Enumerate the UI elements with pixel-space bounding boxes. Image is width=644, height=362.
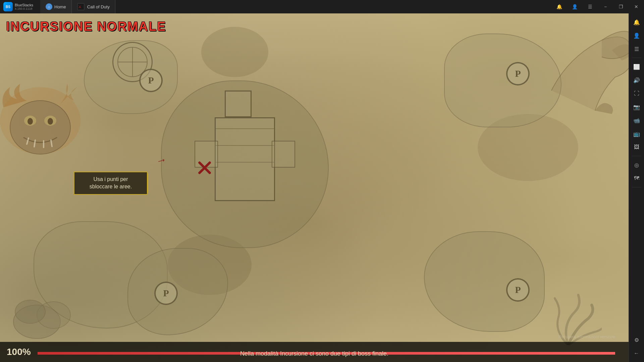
tooltip-box: Usa i punti persbloccare le aree. — [74, 172, 148, 195]
game-tab-label: Call of Duty — [87, 4, 110, 9]
sidebar-menu-button[interactable]: ☰ — [631, 43, 643, 55]
sidebar-divider-2 — [632, 156, 641, 156]
menu-button[interactable]: ☰ — [582, 0, 598, 13]
bluestacks-name: BlueStacks — [15, 3, 33, 7]
svg-point-7 — [48, 118, 53, 125]
restore-button[interactable]: ❐ — [613, 0, 629, 13]
red-x-marker — [195, 158, 215, 178]
game-viewport: P P P P → Usa i punti persbloccare le ar… — [0, 13, 629, 362]
recover-text[interactable]: Recupera informazioni versione — [558, 335, 615, 339]
minimize-button[interactable]: − — [598, 0, 613, 13]
notification-button[interactable]: 🔔 — [551, 0, 567, 13]
parking-marker-top-left: P — [139, 69, 163, 92]
sidebar-back-button[interactable]: ← — [631, 347, 643, 359]
sidebar-map-button[interactable]: 🗺 — [631, 172, 643, 184]
game-icon: ⚔ — [77, 3, 85, 10]
home-icon: ⌂ — [46, 3, 52, 10]
window-controls: 🔔 👤 ☰ − ❐ ✕ — [551, 0, 644, 13]
svg-point-14 — [15, 300, 45, 323]
home-label: Home — [54, 4, 66, 9]
creature-bottom-left-icon — [10, 282, 77, 342]
parking-marker-bottom-right: P — [506, 278, 530, 302]
mode-title: INCURSIONE NORMALE — [6, 19, 166, 34]
bluestacks-icon: BS — [3, 2, 13, 11]
bluestacks-info: BlueStacks 4.150.0.1118 — [15, 3, 33, 10]
bluestacks-version: 4.150.0.1118 — [15, 7, 33, 10]
home-tab[interactable]: ⌂ Home — [40, 0, 72, 13]
castle-wing-right — [272, 141, 295, 168]
castle-body — [215, 117, 275, 201]
bottom-subtitle: Nella modalità Incursione ci sono due ti… — [0, 350, 629, 357]
sidebar-notification-button[interactable]: 🔔 — [631, 16, 643, 28]
tooltip-text: Usa i punti persbloccare le aree. — [80, 176, 142, 191]
sidebar-account-button[interactable]: 👤 — [631, 29, 643, 42]
bluestacks-logo: BS BlueStacks 4.150.0.1118 — [0, 2, 40, 11]
sidebar-volume-button[interactable]: 🔊 — [631, 74, 643, 86]
sidebar-fullscreen-button[interactable]: ⛶ — [631, 87, 643, 100]
close-button[interactable]: ✕ — [629, 0, 644, 13]
castle-tower — [225, 90, 252, 117]
sidebar-divider-3 — [632, 187, 641, 187]
game-tab[interactable]: ⚔ Call of Duty — [72, 0, 115, 13]
sidebar-screen-button[interactable]: 📺 — [631, 128, 643, 140]
sidebar-record-button[interactable]: 📹 — [631, 114, 643, 126]
titlebar: BS BlueStacks 4.150.0.1118 ⌂ Home ⚔ Call… — [0, 0, 644, 13]
sidebar-gallery-button[interactable]: 🖼 — [631, 141, 643, 153]
creature-left-icon — [0, 80, 87, 181]
parking-marker-top-right: P — [506, 62, 530, 85]
right-sidebar: 🔔 👤 ☰ ⬜ 🔊 ⛶ 📷 📹 📺 🖼 ◎ 🗺 ⚙ ← — [629, 13, 644, 362]
svg-point-3 — [10, 101, 70, 154]
sidebar-location-button[interactable]: ◎ — [631, 159, 643, 171]
tooltip-side-bar — [147, 174, 148, 193]
sidebar-settings-button[interactable]: ⚙ — [631, 334, 643, 346]
sidebar-display-button[interactable]: ⬜ — [631, 61, 643, 73]
parking-marker-bottom-left: P — [154, 282, 178, 305]
creature-right-icon — [535, 23, 629, 117]
sidebar-divider-1 — [632, 58, 641, 58]
svg-point-6 — [28, 118, 33, 125]
svg-text:⚔: ⚔ — [78, 5, 82, 9]
account-button[interactable]: 👤 — [567, 0, 582, 13]
sidebar-screenshot-button[interactable]: 📷 — [631, 101, 643, 113]
